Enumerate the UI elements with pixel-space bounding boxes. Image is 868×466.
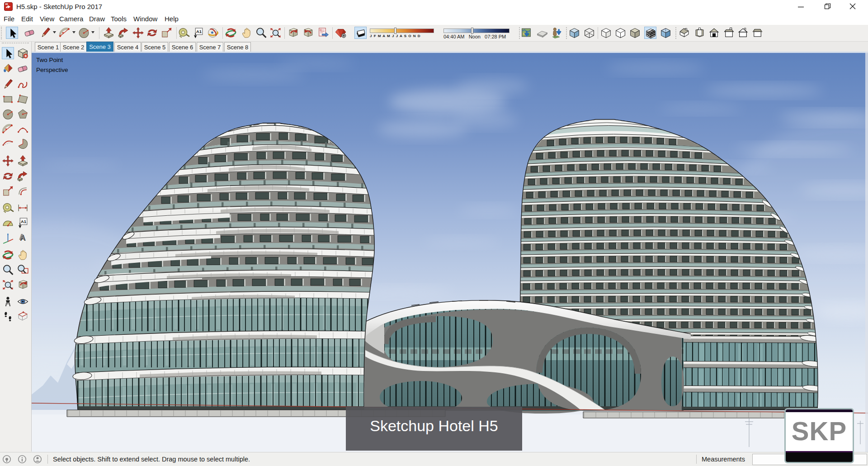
- svg-text:A1: A1: [21, 219, 26, 224]
- svg-text:A1: A1: [196, 29, 202, 34]
- svg-text:A: A: [19, 233, 25, 242]
